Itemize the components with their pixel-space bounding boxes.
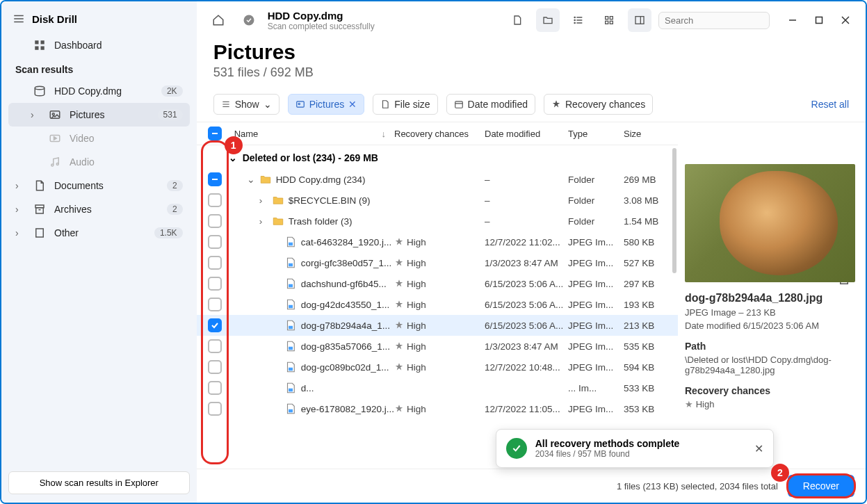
sidebar-item-audio[interactable]: Audio [8,150,190,174]
table-row[interactable]: eye-6178082_1920.j...High12/7/2022 11:05… [197,398,678,419]
preview-modified: Date modified 6/15/2023 5:06 AM [685,320,853,331]
home-button[interactable] [206,8,230,32]
menu-icon[interactable] [13,13,25,25]
expand-icon[interactable]: › [259,216,268,227]
filter-label: Date modified [468,99,528,110]
show-in-explorer-button[interactable]: Show scan results in Explorer [8,471,190,494]
type-value: JPEG Im... [568,237,624,247]
recover-button[interactable]: Recover [788,475,854,497]
svg-rect-45 [289,243,293,246]
row-checkbox[interactable] [208,402,222,416]
annotation-1: 1 [225,136,243,154]
chevron-right-icon: › [15,180,25,191]
sidebar-item-label: Video [70,133,183,144]
size-value: 269 MB [624,174,672,185]
sort-icon[interactable]: ↓ [382,129,387,139]
filter-recovery[interactable]: Recovery chances [544,94,653,115]
svg-rect-6 [41,47,44,50]
filter-date[interactable]: Date modified [446,94,535,115]
col-date[interactable]: Date modified [485,129,568,139]
search-input[interactable] [665,15,781,26]
minimize-button[interactable] [782,10,803,31]
svg-point-23 [574,22,575,23]
table-row[interactable]: d...... Im...533 KB [197,377,678,398]
sidebar-item-archives[interactable]: › Archives 2 [8,197,190,221]
col-type[interactable]: Type [568,129,624,139]
type-value: JPEG Im... [568,404,624,414]
recovery-value: High [407,279,426,289]
expand-icon[interactable]: › [259,195,268,206]
split-view-button[interactable] [628,8,651,32]
table-row[interactable]: dog-gc089bc02d_1...High12/7/2022 10:48..… [197,357,678,377]
table-row[interactable]: dog-g835a57066_1...High1/3/2023 8:47 AMJ… [197,336,678,357]
size-value: 535 KB [624,341,672,352]
list-view-button[interactable] [567,8,590,32]
row-checkbox[interactable] [208,318,222,332]
table-row[interactable]: dog-g78b294a4a_1...High6/15/2023 5:06 A.… [197,315,678,336]
table-row[interactable]: ⌄HDD Copy.dmg (234)–Folder269 MB [197,169,678,190]
toast-close-button[interactable]: ✕ [754,442,763,455]
sidebar-item-disk[interactable]: HDD Copy.dmg 2K [8,79,190,103]
svg-rect-28 [635,17,644,24]
row-checkbox[interactable] [208,193,222,207]
image-icon [295,99,305,109]
row-checkbox[interactable] [208,235,222,249]
header-subtitle: Scan completed successfully [268,22,375,31]
scrollbar[interactable] [672,148,676,273]
row-checkbox[interactable] [208,339,222,353]
svg-rect-51 [289,368,293,371]
scan-status-icon[interactable] [237,8,261,32]
filter-filesize[interactable]: File size [373,94,437,115]
remove-filter-icon[interactable]: ✕ [348,99,357,110]
sidebar-item-video[interactable]: Video [8,127,190,150]
preview-image [685,164,855,282]
group-header[interactable]: ⌄ Deleted or lost (234) - 269 MB [197,145,678,169]
table-row[interactable]: ›$RECYCLE.BIN (9)–Folder3.08 MB [197,190,678,211]
table-row[interactable]: cat-6463284_1920.j...High12/7/2022 11:02… [197,231,678,252]
sidebar-item-pictures[interactable]: › Pictures 531 [8,103,190,127]
folder-view-button[interactable] [536,8,560,32]
row-checkbox[interactable] [208,381,222,395]
svg-rect-4 [41,40,44,44]
calendar-icon [454,99,464,109]
table-row[interactable]: ›Trash folder (3)–Folder1.54 MB [197,211,678,231]
maximize-button[interactable] [809,10,829,31]
sidebar-item-documents[interactable]: › Documents 2 [8,174,190,197]
filter-pictures[interactable]: Pictures ✕ [288,94,365,115]
table-row[interactable]: dachshund-gf6b45...High6/15/2023 5:06 A.… [197,273,678,294]
size-value: 580 KB [624,237,672,247]
sidebar-item-other[interactable]: › Other 1.5K [8,221,190,245]
table-row[interactable]: dog-g42dc43550_1...High6/15/2023 5:06 A.… [197,294,678,315]
svg-rect-39 [296,101,304,107]
file-view-button[interactable] [505,8,529,32]
chevron-right-icon: › [15,227,25,238]
filter-label: Recovery chances [565,99,645,110]
row-checkbox[interactable] [208,298,222,311]
nav-dashboard[interactable]: Dashboard [8,33,190,57]
row-checkbox[interactable] [208,256,222,270]
date-value: 12/7/2022 11:02... [485,237,568,247]
recovery-value: High [407,362,426,373]
row-checkbox[interactable] [208,172,222,186]
filter-show[interactable]: Show ⌄ [213,94,279,115]
file-name: Trash folder (3) [289,216,353,227]
svg-rect-50 [289,347,293,350]
row-checkbox[interactable] [208,360,222,374]
table-row[interactable]: corgi-gfc38e0d57_1...High1/3/2023 8:47 A… [197,252,678,273]
col-recovery[interactable]: Recovery chances [394,129,485,139]
row-checkbox[interactable] [208,277,222,291]
col-size[interactable]: Size [624,129,672,139]
close-button[interactable] [835,10,856,31]
grid-view-button[interactable] [597,8,621,32]
size-value: 527 KB [624,258,672,268]
expand-icon[interactable]: ⌄ [247,174,255,185]
page-title: Pictures [213,40,849,64]
search-box[interactable] [658,12,770,29]
row-checkbox[interactable] [208,214,222,228]
date-value: – [485,174,568,185]
date-value: 12/7/2022 10:48... [485,362,568,373]
svg-rect-5 [35,47,38,50]
reset-filters[interactable]: Reset all [811,99,849,110]
svg-rect-33 [816,17,823,24]
select-all-checkbox[interactable] [208,127,222,140]
